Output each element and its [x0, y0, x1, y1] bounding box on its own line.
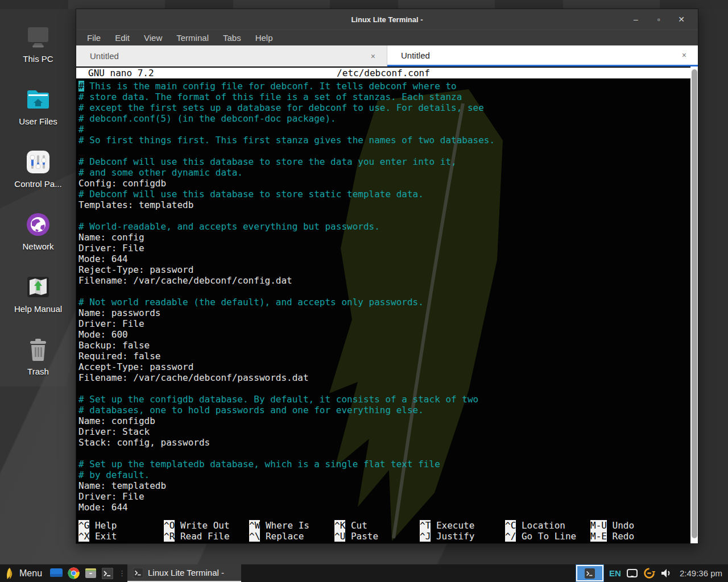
nano-shortcut-bar: ^G Help^O Write Out^W Where Is^K Cut^T E… [78, 520, 676, 542]
desktop-icon-user-files[interactable]: User Files [0, 78, 76, 141]
clock[interactable]: 2:49:36 pm [677, 568, 722, 578]
menu-view[interactable]: View [140, 32, 166, 44]
menu-button[interactable]: Menu [0, 564, 48, 582]
nano-text: # This is the main config file for debco… [78, 81, 690, 513]
task-button-label: Linux Lite Terminal - [148, 568, 224, 577]
terminal-line: # Debconf will use this database to stor… [78, 156, 690, 167]
nano-shortcut-location: ^C Location [505, 520, 590, 531]
window-title: Linux Lite Terminal - [76, 15, 698, 24]
terminal-window: Linux Lite Terminal - – ▫ ✕ FileEditView… [76, 9, 698, 544]
terminal-line: Accept-Type: password [78, 361, 690, 372]
menu-tabs[interactable]: Tabs [220, 32, 245, 44]
desktop-icon-trash[interactable]: Trash [0, 329, 76, 391]
menu-edit[interactable]: Edit [111, 32, 133, 44]
help-manual-icon [24, 273, 52, 301]
terminal-content[interactable]: /etc/debconf.conf GNU nano 7.2 # This is… [76, 66, 698, 543]
tab-label: Untitled [90, 51, 119, 61]
terminal-line: # This is the main config file for debco… [78, 81, 690, 92]
nano-shortcut-cut: ^K Cut [334, 520, 420, 531]
nano-shortcut-replace: ^\ Replace [249, 531, 334, 542]
tab-close-icon[interactable]: × [369, 51, 378, 62]
terminal-line: Mode: 644 [78, 502, 690, 513]
desktop-icon-label: This PC [23, 54, 53, 64]
desktop-icon-label: Control Pa... [14, 179, 61, 189]
terminal-line [78, 383, 690, 394]
terminal-line: Driver: File [78, 243, 690, 253]
desktop-icon-label: Help Manual [14, 304, 62, 314]
tray-active-window-preview[interactable] [576, 565, 603, 581]
maximize-button[interactable]: ▫ [651, 13, 666, 26]
shortcut-key: ^R [164, 531, 175, 542]
this-pc-icon [24, 23, 52, 51]
window-controls: – ▫ ✕ [628, 13, 698, 26]
menu-file[interactable]: File [84, 32, 104, 44]
launcher-terminal[interactable] [99, 564, 116, 582]
terminal-line: Stack: config, passwords [78, 437, 690, 448]
tab-close-icon[interactable]: × [680, 49, 689, 61]
desktop-icon-label: Trash [27, 367, 49, 376]
menu-terminal[interactable]: Terminal [173, 32, 212, 44]
terminal-line: # except the first sets up a database fo… [78, 102, 690, 113]
terminal-line: # World-readable, and accepts everything… [78, 221, 690, 232]
tab-untitled-1[interactable]: Untitled × [76, 45, 387, 66]
nano-shortcut-paste: ^U Paste [334, 531, 420, 542]
shortcut-key: M-U [590, 520, 607, 531]
tab-label: Untitled [401, 51, 430, 60]
launcher-file-manager[interactable] [82, 564, 99, 582]
tab-untitled-2[interactable]: Untitled × [387, 45, 698, 66]
volume-icon[interactable] [661, 568, 672, 578]
blue-panel-icon [50, 568, 63, 578]
nano-shortcut-execute: ^T Execute [420, 520, 505, 531]
desktop-icon-network[interactable]: Network [0, 203, 76, 266]
nano-shortcut-help: ^G Help [78, 520, 164, 531]
terminal-scrollbar[interactable] [690, 66, 698, 543]
terminal-line: # and some other dynamic data. [78, 167, 690, 178]
terminal-line: # Set up the templatedb database, which … [78, 459, 690, 469]
terminal-line: Mode: 600 [78, 329, 690, 340]
nano-header: /etc/debconf.conf GNU nano 7.2 [76, 68, 690, 78]
nano-shortcut-justify: ^J Justify [420, 531, 505, 542]
menu-bar: FileEditViewTerminalTabsHelp [76, 30, 698, 45]
shortcut-key: ^/ [505, 531, 516, 542]
linux-lite-logo-icon [5, 567, 15, 580]
terminal-line: Name: config [78, 232, 690, 243]
wallpaper-pattern-top [0, 0, 728, 9]
nano-shortcut-exit: ^X Exit [78, 531, 164, 542]
minimize-button[interactable]: – [628, 13, 643, 26]
display-icon[interactable] [627, 569, 638, 577]
shortcut-key: ^U [334, 531, 345, 542]
shortcut-key: ^K [334, 520, 345, 531]
terminal-line: # So first things first. This first stan… [78, 135, 690, 146]
shortcut-key: ^W [249, 520, 260, 531]
nano-cursor: # [78, 81, 84, 92]
desktop-icon-this-pc[interactable]: This PC [0, 16, 76, 78]
menu-help[interactable]: Help [252, 32, 276, 44]
terminal-icon [102, 568, 113, 579]
nano-shortcut-where-is: ^W Where Is [249, 520, 334, 531]
taskbar-tray: EN 2:49:36 pm [576, 564, 728, 582]
network-globe-icon [24, 210, 52, 239]
launcher-desktop[interactable] [48, 564, 65, 582]
scrollbar-thumb[interactable] [692, 69, 697, 538]
keyboard-layout-indicator[interactable]: EN [609, 568, 621, 578]
taskbar-separator: ⋮ [116, 569, 127, 577]
desktop-icon-help-manual[interactable]: Help Manual [0, 266, 76, 329]
terminal-line: Name: templatedb [78, 480, 690, 491]
control-panel-icon [24, 148, 52, 176]
terminal-line: Filename: /var/cache/debconf/config.dat [78, 275, 690, 286]
launcher-chrome[interactable] [65, 564, 82, 582]
desktop-icon-label: Network [22, 242, 53, 251]
task-button-terminal[interactable]: Linux Lite Terminal - [127, 564, 241, 582]
nano-shortcut-write-out: ^O Write Out [164, 520, 249, 531]
terminal-line [78, 286, 690, 297]
terminal-line: # Debconf will use this database to stor… [78, 189, 690, 199]
desktop-icon-control-panel[interactable]: Control Pa... [0, 141, 76, 203]
terminal-line: # Not world readable (the default), and … [78, 297, 690, 307]
shortcut-key: ^T [420, 520, 431, 531]
nano-shortcut-go-to-line: ^/ Go To Line [505, 531, 590, 542]
updates-icon[interactable] [643, 567, 655, 579]
trash-icon [24, 335, 52, 364]
window-titlebar[interactable]: Linux Lite Terminal - – ▫ ✕ [76, 9, 698, 30]
close-button[interactable]: ✕ [674, 13, 689, 26]
terminal-icon [133, 568, 143, 578]
